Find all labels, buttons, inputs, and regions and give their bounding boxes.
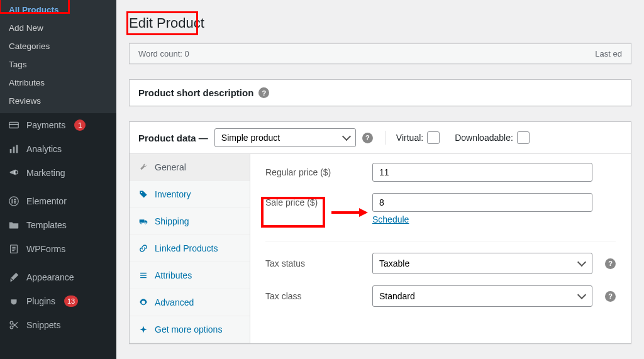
svg-rect-23 bbox=[140, 273, 147, 273]
sidebar-item-marketing[interactable]: Marketing bbox=[0, 161, 116, 189]
sidebar-item-label: WPForms bbox=[26, 244, 65, 254]
svg-rect-1 bbox=[9, 124, 18, 125]
plug-icon bbox=[8, 295, 20, 307]
downloadable-label: Downloadable: bbox=[455, 133, 513, 143]
sidebar-item-label: Tags bbox=[9, 60, 27, 69]
tab-linked-products[interactable]: Linked Products bbox=[130, 235, 250, 262]
help-icon[interactable]: ? bbox=[362, 133, 373, 143]
sale-price-input[interactable] bbox=[372, 193, 592, 212]
editor-box: Word count: 0 Last ed bbox=[129, 43, 631, 64]
sidebar-item-label: Marketing bbox=[26, 168, 65, 178]
gear-icon bbox=[138, 297, 148, 307]
svg-point-22 bbox=[145, 222, 147, 224]
sidebar-item-analytics[interactable]: Analytics bbox=[0, 137, 116, 161]
page-title: Edit Product bbox=[116, 0, 644, 44]
tab-inventory[interactable]: Inventory bbox=[130, 181, 250, 208]
sidebar-item-add-new[interactable]: Add New bbox=[0, 19, 116, 37]
virtual-checkbox[interactable]: Virtual: bbox=[396, 131, 440, 144]
virtual-label: Virtual: bbox=[396, 133, 423, 143]
scissors-icon bbox=[8, 319, 20, 331]
svg-rect-2 bbox=[10, 149, 12, 153]
tag-icon bbox=[138, 189, 148, 199]
svg-rect-4 bbox=[16, 145, 18, 153]
svg-rect-3 bbox=[13, 146, 15, 153]
short-description-box: Product short description ? bbox=[129, 79, 631, 106]
sidebar-item-reviews[interactable]: Reviews bbox=[0, 92, 116, 113]
tab-label: Get more options bbox=[155, 324, 222, 334]
sale-price-label: Sale price ($) bbox=[265, 197, 360, 207]
help-icon[interactable]: ? bbox=[605, 258, 616, 269]
svg-rect-25 bbox=[140, 277, 147, 278]
sidebar-item-payments[interactable]: Payments 1 bbox=[0, 113, 116, 137]
checkbox-icon bbox=[427, 131, 440, 144]
sidebar-item-label: Snippets bbox=[26, 320, 60, 330]
regular-price-label: Regular price ($) bbox=[265, 167, 360, 177]
divider bbox=[386, 131, 386, 145]
svg-rect-7 bbox=[11, 199, 13, 203]
svg-point-21 bbox=[140, 222, 142, 224]
folder-icon bbox=[8, 219, 20, 231]
sidebar-item-label: All Products bbox=[9, 5, 59, 14]
svg-rect-9 bbox=[14, 201, 16, 202]
sidebar-item-label: Categories bbox=[9, 41, 50, 51]
sidebar-item-attributes[interactable]: Attributes bbox=[0, 74, 116, 92]
sidebar-item-tags[interactable]: Tags bbox=[0, 55, 116, 74]
sidebar-item-label: Analytics bbox=[26, 144, 62, 154]
elementor-icon bbox=[8, 195, 20, 207]
tax-class-select[interactable]: Standard bbox=[372, 285, 592, 307]
sidebar-item-templates[interactable]: Templates bbox=[0, 213, 116, 237]
sidebar-item-label: Plugins bbox=[26, 296, 55, 306]
admin-sidebar: All Products Add New Categories Tags Att… bbox=[0, 0, 116, 359]
svg-rect-20 bbox=[140, 219, 145, 223]
content-area: Edit Product Word count: 0 Last ed Produ… bbox=[116, 0, 644, 359]
svg-rect-10 bbox=[14, 202, 16, 204]
tax-status-select[interactable]: Taxable bbox=[372, 253, 592, 274]
sidebar-item-label: Appearance bbox=[26, 272, 74, 282]
help-icon[interactable]: ? bbox=[258, 87, 269, 98]
badge: 1 bbox=[74, 119, 86, 131]
tab-get-more-options[interactable]: Get more options bbox=[130, 316, 250, 343]
product-data-tabs: General Inventory Shipping Linked Produc… bbox=[130, 154, 250, 343]
svg-rect-24 bbox=[140, 275, 147, 275]
sidebar-item-plugins[interactable]: Plugins 13 bbox=[0, 289, 116, 313]
checkbox-icon bbox=[517, 131, 530, 144]
sidebar-item-label: Elementor bbox=[26, 196, 67, 206]
tab-attributes[interactable]: Attributes bbox=[130, 262, 250, 289]
sidebar-item-wpforms[interactable]: WPForms bbox=[0, 237, 116, 265]
sidebar-item-label: Add New bbox=[9, 23, 43, 33]
schedule-link[interactable]: Schedule bbox=[372, 214, 409, 224]
tab-label: Attributes bbox=[155, 270, 192, 280]
product-data-fields: Regular price ($) Sale price ($) Schedul… bbox=[250, 154, 631, 343]
sidebar-item-label: Payments bbox=[26, 120, 65, 130]
megaphone-icon bbox=[8, 167, 20, 179]
tax-status-label: Tax status bbox=[265, 258, 360, 268]
sidebar-item-categories[interactable]: Categories bbox=[0, 37, 116, 55]
tab-label: Shipping bbox=[155, 216, 189, 226]
form-icon bbox=[8, 243, 20, 255]
sidebar-item-elementor[interactable]: Elementor bbox=[0, 189, 116, 213]
sidebar-item-all-products[interactable]: All Products bbox=[0, 0, 116, 19]
divider bbox=[265, 241, 616, 241]
word-count: Word count: 0 bbox=[138, 49, 189, 58]
link-icon bbox=[138, 243, 148, 253]
sidebar-item-snippets[interactable]: Snippets bbox=[0, 313, 116, 337]
tab-shipping[interactable]: Shipping bbox=[130, 208, 250, 235]
tab-advanced[interactable]: Advanced bbox=[130, 289, 250, 316]
short-description-title: Product short description bbox=[138, 87, 253, 98]
tab-label: Linked Products bbox=[155, 243, 218, 253]
wrench-icon bbox=[138, 162, 148, 172]
svg-rect-8 bbox=[14, 199, 16, 200]
help-icon[interactable]: ? bbox=[605, 291, 616, 302]
badge: 13 bbox=[64, 295, 78, 307]
svg-point-19 bbox=[141, 192, 142, 193]
truck-icon bbox=[138, 216, 148, 226]
product-data-heading: Product data — bbox=[138, 133, 208, 143]
tab-label: Inventory bbox=[155, 189, 191, 199]
product-data-box: Product data — Simple product ? Virtual:… bbox=[129, 121, 631, 344]
sparkle-icon bbox=[138, 324, 148, 334]
sidebar-item-appearance[interactable]: Appearance bbox=[0, 265, 116, 289]
product-type-select[interactable]: Simple product bbox=[214, 128, 356, 147]
downloadable-checkbox[interactable]: Downloadable: bbox=[455, 131, 530, 144]
regular-price-input[interactable] bbox=[372, 163, 592, 182]
tab-general[interactable]: General bbox=[130, 154, 250, 181]
